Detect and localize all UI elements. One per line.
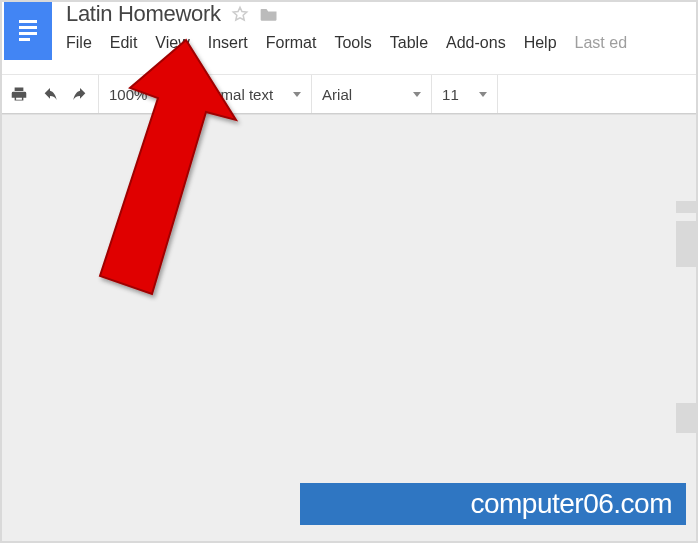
side-panel-block [676, 403, 696, 433]
paragraph-style-group[interactable]: Normal text [186, 75, 312, 113]
svg-rect-0 [19, 20, 37, 23]
font-family-group[interactable]: Arial [312, 75, 432, 113]
folder-icon[interactable] [259, 5, 279, 23]
tool-group-actions [0, 75, 99, 113]
side-panel-block [676, 201, 696, 213]
menu-format[interactable]: Format [266, 34, 317, 52]
zoom-group[interactable]: 100% [99, 75, 186, 113]
menu-tools[interactable]: Tools [334, 34, 371, 52]
document-canvas[interactable] [0, 114, 698, 543]
svg-rect-1 [19, 26, 37, 29]
undo-button[interactable] [42, 87, 58, 101]
header: Latin Homework File Edit View Insert For… [0, 0, 698, 60]
docs-app-icon[interactable] [4, 2, 52, 60]
redo-button[interactable] [72, 87, 88, 101]
menu-file[interactable]: File [66, 34, 92, 52]
tool-group-overflow [498, 75, 518, 113]
svg-rect-3 [19, 38, 30, 41]
paragraph-style-value: Normal text [196, 86, 273, 103]
toolbar: 100% Normal text Arial 11 [0, 74, 698, 114]
menu-insert[interactable]: Insert [208, 34, 248, 52]
chevron-down-icon [479, 92, 487, 97]
zoom-value: 100% [109, 86, 147, 103]
menu-bar: File Edit View Insert Format Tools Table… [66, 34, 627, 52]
font-size-group[interactable]: 11 [432, 75, 498, 113]
menu-addons[interactable]: Add-ons [446, 34, 506, 52]
last-edit-status[interactable]: Last ed [575, 34, 627, 52]
side-panel-block [676, 221, 696, 267]
menu-edit[interactable]: Edit [110, 34, 138, 52]
menu-help[interactable]: Help [524, 34, 557, 52]
chevron-down-icon [167, 92, 175, 97]
star-icon[interactable] [231, 5, 249, 23]
title-area: Latin Homework File Edit View Insert For… [66, 0, 627, 52]
chevron-down-icon [413, 92, 421, 97]
menu-view[interactable]: View [155, 34, 189, 52]
print-button[interactable] [10, 86, 28, 102]
svg-rect-2 [19, 32, 37, 35]
chevron-down-icon [293, 92, 301, 97]
document-title[interactable]: Latin Homework [66, 1, 221, 27]
font-size-value: 11 [442, 86, 459, 103]
title-row: Latin Homework [66, 2, 627, 26]
watermark: computer06.com [300, 483, 686, 525]
font-family-value: Arial [322, 86, 352, 103]
menu-table[interactable]: Table [390, 34, 428, 52]
watermark-text: computer06.com [470, 488, 672, 520]
